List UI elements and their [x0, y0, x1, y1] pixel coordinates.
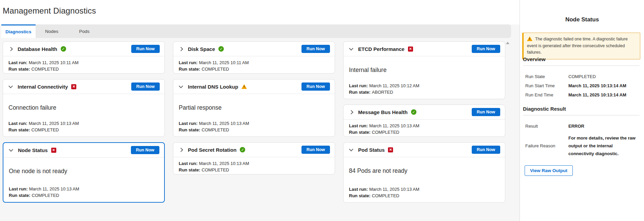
tab-pods[interactable]: Pods: [68, 24, 101, 38]
run-end-time-label: Run End Time: [523, 92, 568, 97]
last-run-value: March 11, 2025 10:13 AM: [369, 123, 419, 128]
result-value: ERROR: [568, 124, 640, 129]
card-header[interactable]: Pod Status Run Now: [344, 143, 505, 157]
chevron-right-icon[interactable]: [179, 47, 183, 51]
run-state-value: ABORTED: [372, 90, 393, 95]
diagnostic-result-section: Diagnostic Result Result ERROR Failure R…: [523, 106, 640, 162]
last-run-line: Last run:March 11, 2025 10:13 AM: [349, 186, 419, 192]
result-row: Result ERROR: [523, 124, 640, 129]
chevron-down-icon[interactable]: [8, 84, 13, 88]
panel-title: Node Status: [520, 16, 644, 23]
diagnostic-message: Partial response: [179, 96, 329, 111]
chevron-down-icon[interactable]: [179, 84, 183, 88]
x-square-icon: [51, 148, 56, 153]
run-now-button[interactable]: Run Now: [472, 146, 500, 154]
diagnostic-result-heading: Diagnostic Result: [523, 106, 640, 112]
card-message-bus-health: Message Bus Health Run Now Last run:Marc…: [343, 105, 505, 137]
management-diagnostics-page: Management Diagnostics Diagnostics Nodes…: [0, 0, 644, 221]
card-header[interactable]: Disk Space Run Now: [173, 42, 335, 56]
card-body: One node is not ready Last run:March 11,…: [3, 158, 164, 202]
run-now-button[interactable]: Run Now: [131, 45, 160, 53]
run-state-value: COMPLETED: [32, 67, 59, 72]
run-now-button[interactable]: Run Now: [301, 146, 330, 154]
chevron-down-icon[interactable]: [349, 147, 353, 151]
card-title: Node Status: [18, 147, 48, 153]
chevron-right-icon[interactable]: [179, 148, 183, 152]
chevron-right-icon[interactable]: [349, 110, 353, 114]
card-meta: Last run:March 11, 2025 10:13 AM Run sta…: [349, 186, 419, 199]
run-now-button[interactable]: Run Now: [301, 82, 330, 91]
card-header[interactable]: Database Health Run Now: [3, 42, 164, 56]
chevron-down-icon[interactable]: [349, 46, 353, 51]
last-run-label: Last run:: [179, 60, 198, 65]
card-meta: Last run:March 11, 2025 10:11 AM Run sta…: [179, 58, 329, 72]
last-run-line: Last run:March 11, 2025 10:13 AM: [9, 186, 79, 192]
card-meta: Last run:March 11, 2025 10:13 AM Run sta…: [179, 120, 249, 133]
card-header[interactable]: Message Bus Health Run Now: [344, 105, 505, 119]
run-state-line: Run state:COMPLETED: [8, 66, 159, 72]
grid-column-1: Database Health Run Now Last run:March 1…: [3, 41, 165, 203]
run-now-button[interactable]: Run Now: [472, 45, 500, 53]
card-header[interactable]: Pod Secret Rotation Run Now: [173, 143, 335, 157]
card-node-status: Node Status Run Now One node is not read…: [3, 142, 165, 203]
card-header[interactable]: ETCD Performance Run Now: [344, 42, 505, 56]
run-now-button[interactable]: Run Now: [472, 108, 500, 116]
card-title: ETCD Performance: [358, 46, 405, 52]
diagnostics-grid: Database Health Run Now Last run:March 1…: [3, 41, 505, 203]
card-title: Pod Status: [358, 147, 385, 153]
run-state-line: Run state:COMPLETED: [179, 66, 329, 72]
x-square-icon: [388, 147, 393, 152]
last-run-label: Last run:: [8, 60, 27, 65]
view-raw-output-button[interactable]: View Raw Output: [525, 165, 573, 176]
card-meta: Last run:March 11, 2025 10:13 AM Run sta…: [179, 159, 329, 173]
warning-text: The diagnostic failed one time. A diagno…: [527, 37, 628, 55]
tab-nodes-label: Nodes: [45, 29, 58, 34]
card-body: Last run:March 11, 2025 10:11 AM Run sta…: [173, 56, 335, 73]
last-run-value: March 11, 2025 10:13 AM: [199, 161, 249, 166]
last-run-value: March 11, 2025 10:11 AM: [29, 60, 79, 65]
card-body: Last run:March 11, 2025 10:13 AM Run sta…: [173, 157, 335, 174]
card-header[interactable]: Internal DNS Lookup Run Now: [173, 79, 335, 94]
run-state-label: Run state:: [349, 130, 371, 135]
warning-triangle-icon: [527, 36, 532, 41]
run-state-label: Run state:: [349, 90, 371, 95]
section-divider: [523, 66, 640, 66]
run-now-button[interactable]: Run Now: [131, 82, 160, 91]
card-database-health: Database Health Run Now Last run:March 1…: [3, 41, 165, 74]
card-header[interactable]: Node Status Run Now: [3, 143, 164, 158]
run-state-line: Run state:COMPLETED: [349, 192, 419, 199]
last-run-label: Last run:: [179, 121, 198, 126]
card-meta: Last run:March 11, 2025 10:12 AM Run sta…: [349, 82, 419, 95]
chevron-right-icon[interactable]: [8, 47, 13, 51]
card-meta: Last run:March 11, 2025 10:13 AM Run sta…: [349, 122, 500, 135]
run-state-line: Run state:COMPLETED: [179, 127, 249, 133]
check-circle-icon: [61, 46, 66, 52]
overview-row: Run State COMPLETED: [523, 74, 640, 79]
run-state-value: COMPLETED: [202, 127, 229, 132]
overview-row: Run End Time March 11, 2025 10:13:14 AM: [523, 92, 640, 97]
last-run-line: Last run:March 11, 2025 10:13 AM: [8, 120, 79, 127]
last-run-value: March 11, 2025 10:13 AM: [29, 186, 79, 191]
run-state-label: Run state:: [9, 193, 31, 198]
run-now-button[interactable]: Run Now: [301, 45, 330, 53]
tab-diagnostics[interactable]: Diagnostics: [1, 24, 36, 38]
tab-nodes[interactable]: Nodes: [36, 24, 68, 38]
scroll-up-arrow-icon[interactable]: [506, 42, 509, 44]
card-disk-space: Disk Space Run Now Last run:March 11, 20…: [173, 41, 335, 74]
x-square-icon: [71, 84, 76, 89]
page-header: Management Diagnostics: [0, 0, 520, 24]
run-state-value: COMPLETED: [32, 193, 59, 198]
tab-bar: Diagnostics Nodes Pods: [1, 24, 511, 38]
card-title: Disk Space: [188, 46, 215, 52]
run-state-value: COMPLETED: [32, 127, 59, 132]
card-title: Internal DNS Lookup: [188, 84, 238, 90]
last-run-label: Last run:: [349, 123, 368, 128]
tab-diagnostics-label: Diagnostics: [5, 29, 32, 34]
run-end-time-value: March 11, 2025 10:13:14 AM: [568, 92, 640, 97]
run-start-time-value: March 11, 2025 10:13:14 AM: [568, 83, 640, 88]
chevron-down-icon[interactable]: [9, 147, 13, 152]
run-state-value: COMPLETED: [202, 167, 229, 172]
card-header[interactable]: Internal Connectivity Run Now: [3, 79, 164, 94]
check-circle-icon: [218, 46, 224, 52]
run-now-button[interactable]: Run Now: [131, 146, 159, 154]
